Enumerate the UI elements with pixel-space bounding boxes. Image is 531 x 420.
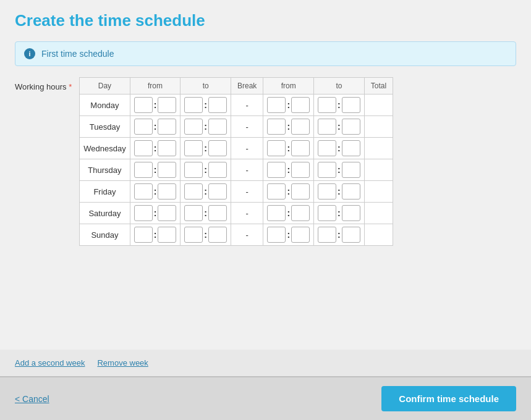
min-input-to2[interactable] — [342, 162, 360, 178]
min-input-to1[interactable] — [208, 97, 227, 113]
from-start-cell: : — [130, 181, 181, 203]
break-cell: - — [231, 224, 263, 246]
min-input-from2[interactable] — [291, 183, 310, 200]
hour-input-to2[interactable] — [318, 227, 336, 243]
table-row: Tuesday : : - : : — [80, 116, 393, 138]
break-from-cell: : — [263, 159, 314, 181]
min-input-to1[interactable] — [208, 227, 227, 243]
min-input-from1[interactable] — [158, 119, 176, 135]
min-input-from2[interactable] — [291, 227, 310, 243]
min-input-from2[interactable] — [291, 97, 310, 113]
main-content: Create the time schedule i First time sc… — [0, 0, 531, 350]
table-row: Thursday : : - : : — [80, 159, 393, 181]
hour-input-to1[interactable] — [184, 97, 203, 113]
hour-input-from1[interactable] — [134, 183, 153, 200]
min-input-to1[interactable] — [208, 183, 227, 200]
break-cell: - — [231, 94, 263, 116]
break-from-cell: : — [263, 94, 314, 116]
break-to-cell: : — [314, 138, 365, 159]
hour-input-from2[interactable] — [267, 227, 286, 243]
from-start-cell: : — [130, 138, 181, 159]
hour-input-from2[interactable] — [267, 97, 286, 113]
min-input-from2[interactable] — [291, 205, 310, 221]
hour-input-to1[interactable] — [184, 227, 203, 243]
day-name-monday: Monday — [80, 94, 130, 116]
hour-input-to2[interactable] — [318, 162, 336, 178]
to-end-cell: : — [181, 159, 231, 181]
table-row: Monday : : - : : — [80, 94, 393, 116]
hour-input-from2[interactable] — [267, 119, 286, 135]
min-input-from1[interactable] — [158, 227, 176, 243]
hour-input-to1[interactable] — [184, 119, 203, 135]
hour-input-from2[interactable] — [267, 162, 286, 178]
remove-week-button[interactable]: Remove week — [97, 358, 148, 368]
required-indicator: * — [67, 82, 72, 91]
day-name-tuesday: Tuesday — [80, 116, 130, 138]
col-header-total: Total — [364, 78, 393, 94]
hour-input-from2[interactable] — [267, 183, 286, 200]
hour-input-to1[interactable] — [184, 140, 203, 156]
break-cell: - — [231, 181, 263, 203]
break-to-cell: : — [314, 224, 365, 246]
total-cell — [364, 224, 393, 246]
min-input-to1[interactable] — [208, 119, 227, 135]
to-end-cell: : — [181, 94, 231, 116]
min-input-to2[interactable] — [342, 119, 360, 135]
add-second-week-button[interactable]: Add a second week — [15, 358, 85, 368]
break-to-cell: : — [314, 116, 365, 138]
break-from-cell: : — [263, 138, 314, 159]
hour-input-from2[interactable] — [267, 140, 286, 156]
hour-input-from1[interactable] — [134, 227, 153, 243]
hour-input-to2[interactable] — [318, 183, 336, 200]
table-row: Saturday : : - : : — [80, 203, 393, 224]
total-cell — [364, 116, 393, 138]
min-input-to2[interactable] — [342, 205, 360, 221]
hour-input-to2[interactable] — [318, 119, 336, 135]
min-input-from1[interactable] — [158, 97, 176, 113]
min-input-from2[interactable] — [291, 140, 310, 156]
min-input-to1[interactable] — [208, 162, 227, 178]
total-cell — [364, 138, 393, 159]
hour-input-to1[interactable] — [184, 162, 203, 178]
to-end-cell: : — [181, 181, 231, 203]
banner-text: First time schedule — [41, 49, 114, 59]
min-input-from1[interactable] — [158, 140, 176, 156]
confirm-button[interactable]: Confirm time schedule — [381, 386, 516, 411]
min-input-to1[interactable] — [208, 140, 227, 156]
hour-input-to1[interactable] — [184, 205, 203, 221]
min-input-to2[interactable] — [342, 97, 360, 113]
hour-input-to2[interactable] — [318, 205, 336, 221]
min-input-from1[interactable] — [158, 183, 176, 200]
hour-input-from1[interactable] — [134, 140, 153, 156]
day-name-wednesday: Wednesday — [80, 138, 130, 159]
min-input-from2[interactable] — [291, 119, 310, 135]
min-input-from2[interactable] — [291, 162, 310, 178]
min-input-to1[interactable] — [208, 205, 227, 221]
from-start-cell: : — [130, 224, 181, 246]
working-hours-label: Working hours * — [15, 77, 72, 91]
links-section: Add a second week Remove week — [0, 350, 531, 376]
total-cell — [364, 181, 393, 203]
hour-input-from1[interactable] — [134, 162, 153, 178]
min-input-to2[interactable] — [342, 227, 360, 243]
table-row: Sunday : : - : : — [80, 224, 393, 246]
hour-input-from1[interactable] — [134, 119, 153, 135]
hour-input-from1[interactable] — [134, 205, 153, 221]
hour-input-to2[interactable] — [318, 97, 336, 113]
min-input-to2[interactable] — [342, 183, 360, 200]
hour-input-from2[interactable] — [267, 205, 286, 221]
min-input-from1[interactable] — [158, 162, 176, 178]
from-start-cell: : — [130, 116, 181, 138]
break-cell: - — [231, 138, 263, 159]
min-input-from1[interactable] — [158, 205, 176, 221]
hour-input-from1[interactable] — [134, 97, 153, 113]
col-header-from2: from — [263, 78, 314, 94]
info-banner: i First time schedule — [15, 41, 516, 66]
cancel-button[interactable]: < Cancel — [15, 394, 49, 404]
hour-input-to2[interactable] — [318, 140, 336, 156]
from-start-cell: : — [130, 159, 181, 181]
hour-input-to1[interactable] — [184, 183, 203, 200]
table-row: Friday : : - : : — [80, 181, 393, 203]
min-input-to2[interactable] — [342, 140, 360, 156]
break-to-cell: : — [314, 159, 365, 181]
